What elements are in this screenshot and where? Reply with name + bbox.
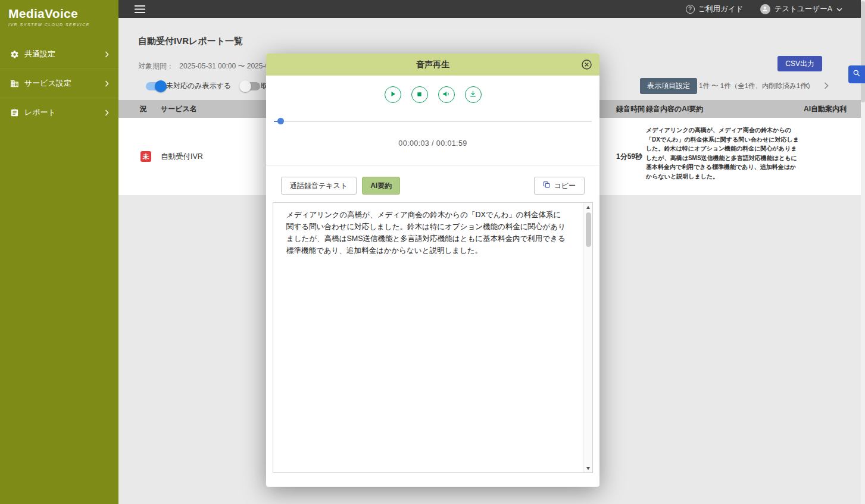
slider-track[interactable]	[274, 121, 592, 122]
pagination-summary: 1件 〜 1件（全1件、内削除済み1件）	[699, 82, 814, 90]
user-avatar-icon	[760, 4, 770, 14]
play-icon	[389, 90, 396, 99]
copy-icon	[543, 181, 551, 190]
sidebar-item-service-settings[interactable]: サービス設定	[0, 68, 118, 98]
chevron-right-icon	[105, 109, 109, 116]
volume-button[interactable]	[438, 86, 455, 103]
sidebar-item-common-settings[interactable]: 共通設定	[0, 40, 118, 68]
scroll-down-icon[interactable]	[584, 464, 592, 472]
report-icon	[10, 108, 19, 117]
col-ai-summary: 録音内容のAI要約	[646, 100, 703, 118]
gear-icon	[10, 49, 19, 59]
panel-scrollbar-thumb[interactable]	[586, 212, 591, 247]
next-page-icon[interactable]	[820, 79, 833, 92]
sidebar-nav: 共通設定 サービス設定 レポート	[0, 40, 118, 127]
panel-scrollbar[interactable]	[583, 203, 592, 472]
sidebar-item-report[interactable]: レポート	[0, 98, 118, 127]
stop-icon	[416, 90, 423, 99]
cell-ai-summary: メディアリンクの高橋が、メディア商会の鈴木からの「DXでんわ」の料金体系に関する…	[646, 126, 800, 181]
target-period-label: 対象期間：	[138, 62, 174, 70]
volume-icon	[442, 90, 451, 100]
chevron-right-icon	[105, 51, 109, 58]
ai-summary-text: メディアリンクの高橋が、メディア商会の鈴木からの「DXでんわ」の料金体系に関する…	[273, 203, 592, 262]
slider-thumb[interactable]	[277, 118, 284, 124]
progress-slider[interactable]	[274, 118, 592, 124]
stop-button[interactable]	[411, 86, 428, 103]
col-recording-time: 録音時間	[616, 100, 645, 118]
page-title: 自動受付IVRレポート一覧	[138, 36, 243, 47]
toggle-knob	[239, 80, 251, 92]
logo-title: MediaVoice	[8, 7, 110, 21]
usage-guide-label: ご利用ガイド	[698, 4, 744, 14]
audio-playback-modal: 音声再生 00:00:03 / 00:01:59 通話録音テキスト AI要約	[266, 54, 599, 487]
audio-controls	[266, 86, 599, 103]
page-scrollbar-thumb[interactable]	[861, 1, 865, 102]
logo: MediaVoice IVR SYSTEM CLOUD SERVICE	[0, 0, 118, 32]
prev-page-icon[interactable]	[801, 79, 814, 92]
services-icon	[10, 79, 19, 88]
summary-text-panel: メディアリンクの高橋が、メディア商会の鈴木からの「DXでんわ」の料金体系に関する…	[273, 202, 593, 473]
target-period: 対象期間： 2025-05-31 00:00 〜 2025-06-30	[138, 61, 283, 71]
download-button[interactable]	[465, 86, 482, 103]
play-button[interactable]	[385, 86, 401, 103]
tab-ai-summary[interactable]: AI要約	[362, 177, 400, 195]
cell-recording-time: 1分59秒	[616, 118, 642, 195]
search-icon	[852, 69, 861, 80]
unhandled-only-toggle[interactable]	[146, 82, 165, 90]
col-ai-guidance: AI自動案内利	[804, 100, 847, 118]
modal-title: 音声再生	[416, 60, 449, 70]
copy-button-label: コピー	[554, 181, 576, 191]
tab-row: 通話録音テキスト AI要約 コピー	[281, 177, 585, 195]
chevron-right-icon	[105, 80, 109, 87]
section-divider	[266, 165, 599, 165]
sidebar-item-label: 共通設定	[24, 49, 55, 60]
topbar: ? ご利用ガイド テストユーザーA	[118, 0, 865, 18]
hamburger-menu-icon[interactable]	[135, 5, 145, 13]
topbar-right: ? ご利用ガイド テストユーザーA	[686, 4, 842, 14]
tab-call-transcript[interactable]: 通話録音テキスト	[281, 177, 357, 195]
toggle-knob	[155, 80, 167, 92]
unhandled-only-toggle-label: 未対応のみ表示する	[166, 80, 231, 92]
close-icon[interactable]	[581, 59, 592, 70]
download-icon	[469, 90, 477, 99]
search-fab[interactable]	[848, 65, 865, 83]
cell-service-name: 自動受付IVR	[161, 118, 203, 195]
time-display: 00:00:03 / 00:01:59	[266, 139, 599, 148]
col-service-name: サービス名	[161, 100, 197, 118]
display-item-settings-button[interactable]: 表示項目設定	[640, 78, 697, 94]
help-icon: ?	[686, 5, 695, 14]
scroll-up-icon[interactable]	[584, 203, 592, 211]
user-menu[interactable]: テストユーザーA	[760, 4, 842, 14]
logo-subtitle: IVR SYSTEM CLOUD SERVICE	[8, 23, 110, 27]
sidebar-item-label: レポート	[24, 107, 56, 118]
col-status: 況	[140, 100, 147, 118]
chevron-down-icon	[836, 5, 842, 13]
copy-button[interactable]: コピー	[534, 177, 585, 195]
status-badge: 未	[140, 151, 151, 162]
secondary-toggle[interactable]	[241, 82, 260, 90]
sidebar-item-label: サービス設定	[24, 78, 71, 89]
sidebar: MediaVoice IVR SYSTEM CLOUD SERVICE 共通設定…	[0, 0, 118, 504]
usage-guide-link[interactable]: ? ご利用ガイド	[686, 4, 744, 14]
user-name: テストユーザーA	[775, 4, 832, 14]
csv-export-button[interactable]: CSV出力	[777, 56, 822, 71]
modal-header: 音声再生	[266, 54, 599, 76]
